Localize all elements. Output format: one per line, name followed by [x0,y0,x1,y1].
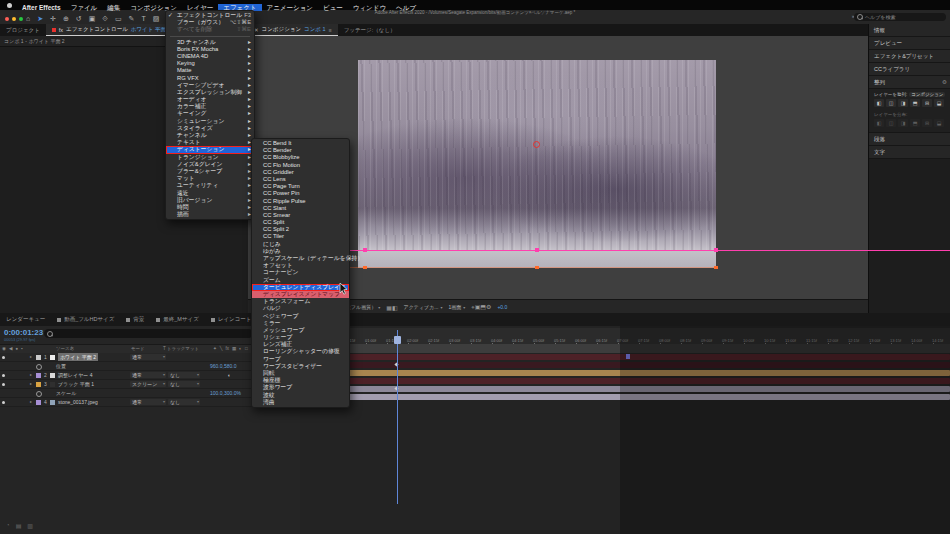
submenu-item[interactable]: CC Bender [252,147,349,154]
column-trackmatte[interactable]: T トラックマット [163,345,199,353]
menu-item-category[interactable]: シミュレーション [166,118,254,125]
av-header-icon[interactable]: ▪ [21,345,23,353]
selection-handle[interactable] [535,248,539,252]
panel-header[interactable]: エフェクト&プリセット [869,50,950,63]
layer-name[interactable]: stone_00137.jpeg [58,398,98,406]
submenu-item[interactable]: 波形ワープ [252,384,349,391]
exposure-value[interactable]: +0.0 [497,304,507,310]
tool-icon[interactable]: ✎ [129,14,135,23]
menu-item-category[interactable]: マット [166,175,254,182]
label-color-chip[interactable] [36,355,41,360]
menu-item-category[interactable]: 描画 [166,211,254,218]
submenu-item[interactable]: CC Slant [252,205,349,212]
apple-icon[interactable] [7,3,12,8]
property-name[interactable]: スケール [56,389,76,397]
submenu-item[interactable]: CC Blobbylize [252,154,349,161]
eye-icon[interactable] [2,356,5,359]
submenu-item[interactable]: CC Split [252,219,349,226]
label-color-chip[interactable] [36,382,41,387]
panel-header[interactable]: 文字 [869,146,950,159]
menubar-item[interactable]: 編集 [102,4,125,11]
submenu-item[interactable]: CC Tiler [252,233,349,240]
timeline-tab[interactable]: 背景 [120,313,150,326]
eye-icon[interactable] [2,401,5,404]
align-button[interactable]: ⬒ [910,99,920,107]
layer-name[interactable]: 調整レイヤー 4 [58,371,93,379]
submenu-item[interactable]: リシェープ [252,334,349,341]
submenu-item[interactable]: ワープ [252,356,349,363]
panel-header-align[interactable]: 整列 ⚙ [869,76,950,89]
switch-header-icon[interactable]: ▦ [232,345,236,353]
submenu-item[interactable]: 波紋 [252,392,349,399]
switch-header-icon[interactable]: □ [245,345,248,353]
submenu-item[interactable]: 極座標 [252,377,349,384]
submenu-item[interactable]: ワープスタビライザー [252,363,349,370]
menu-item-category[interactable]: Keying [166,60,254,67]
submenu-item[interactable]: メッシュワープ [252,327,349,334]
tool-icon[interactable]: ✛ [50,14,56,23]
property-name[interactable]: 位置 [56,362,66,370]
eye-icon[interactable] [2,383,5,386]
tool-icon[interactable]: ⟐ [102,14,108,23]
menubar-item[interactable]: アニメーション [262,4,318,11]
menu-item-category[interactable]: ユーティリティ [166,182,254,189]
panel-header[interactable]: 情報 [869,24,950,37]
twirl-icon[interactable]: ▸ [30,398,32,406]
menu-item-category[interactable]: Boris FX Mocha [166,46,254,53]
submenu-item[interactable]: バルジ [252,305,349,312]
distribute-button[interactable]: ⬓ [934,119,944,127]
align-button[interactable]: ◧ [874,99,884,107]
resolution-dropdown[interactable]: （フル画質） [346,304,380,310]
tool-icon[interactable]: ➤ [37,14,43,23]
timeline-toggle-icon[interactable]: ◔ [6,522,10,529]
layer-name[interactable]: ブラック 平面 1 [58,380,94,388]
menu-item-category[interactable]: キーイング [166,110,254,117]
property-value[interactable]: 100.0,300.0% [210,389,241,397]
layer-name[interactable]: ホワイト 平面 2 [58,353,98,361]
align-button[interactable]: ⬓ [934,99,944,107]
submenu-item[interactable]: ミラー [252,320,349,327]
submenu-item[interactable]: 湾曲 [252,399,349,406]
help-search-input[interactable]: ヘルプを検索 [854,13,946,21]
layer-bounds-handle[interactable] [535,266,539,269]
tool-icon[interactable]: ▣ [89,14,96,23]
timeline-tab[interactable]: レンダーキュー [0,313,51,326]
minimize-window-button[interactable] [12,17,16,21]
active-camera-dropdown[interactable]: アクティブカ... [404,304,443,310]
layer-bounds-handle[interactable] [714,266,718,269]
timeline-tab[interactable]: 動画_フルHDサイズ [51,313,120,326]
submenu-item[interactable]: CC Lens [252,176,349,183]
submenu-item[interactable]: 回転 [252,370,349,377]
selection-handle[interactable] [363,248,367,252]
column-source-name[interactable]: ソース名 [56,345,74,353]
tab-effect-controls[interactable]: fx エフェクトコントロール ホワイト 平面 2 ≡ [46,24,183,36]
submenu-item[interactable]: レンズ補正 [252,341,349,348]
layer-bounds-handle[interactable] [363,266,367,269]
distribute-button[interactable]: ⬒ [910,119,920,127]
tab-project[interactable]: プロジェクト [0,24,46,36]
label-color-chip[interactable] [36,400,41,405]
align-target-dropdown[interactable]: コンポジション [909,92,945,97]
panel-header[interactable]: CCライブラリ [869,63,950,76]
blend-mode-dropdown[interactable]: 通常 [130,399,166,405]
submenu-item[interactable]: CC Split 2 [252,226,349,233]
menu-item-category[interactable]: トランジション [166,154,254,161]
layer-switch-icon[interactable]: ◐ [228,371,231,379]
submenu-item[interactable]: オフセット [252,262,349,269]
menu-item-category[interactable]: オーディオ [166,96,254,103]
distribute-button[interactable]: ◧ [874,119,884,127]
submenu-item[interactable]: ゆがみ [252,248,349,255]
menu-item-category[interactable]: カラー補正 [166,103,254,110]
gear-icon[interactable]: ⚙ [942,76,947,88]
distribute-button[interactable]: ⊟ [922,119,932,127]
selection-handle[interactable] [714,248,718,252]
viewer-toggle-icon[interactable]: ◧ [392,305,398,311]
tab-footage[interactable]: フッテージ:（なし） [338,24,402,36]
stopwatch-icon[interactable] [36,391,42,397]
label-color-chip[interactable] [36,373,41,378]
menubar-item[interactable]: ヘルプ [391,4,421,11]
menu-item-category[interactable]: Matte [166,67,254,74]
switch-header-icon[interactable]: ◐ [239,345,242,353]
tool-icon[interactable]: ⊕ [63,14,69,23]
trackmatte-dropdown[interactable]: なし [168,372,200,378]
